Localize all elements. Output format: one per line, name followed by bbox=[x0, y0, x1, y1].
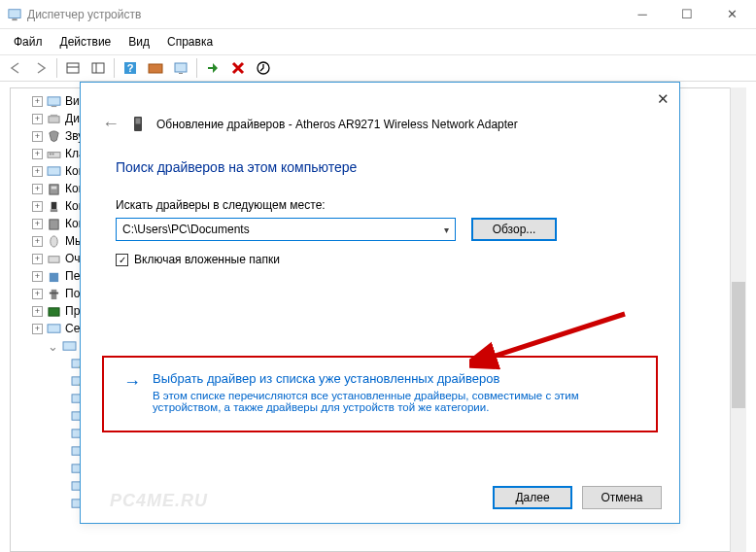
svg-line-48 bbox=[487, 314, 625, 359]
option-desc: В этом списке перечисляются все установл… bbox=[153, 390, 636, 413]
svg-rect-24 bbox=[50, 219, 58, 228]
nav-fwd-button[interactable] bbox=[29, 56, 52, 80]
toolbar-btn-8[interactable] bbox=[252, 56, 275, 80]
expander-icon[interactable]: + bbox=[32, 254, 43, 264]
svg-rect-0 bbox=[9, 9, 20, 17]
expander-icon[interactable]: + bbox=[32, 184, 43, 194]
svg-text:?: ? bbox=[127, 62, 134, 74]
svg-rect-20 bbox=[50, 184, 58, 193]
expander-icon[interactable]: + bbox=[32, 166, 43, 177]
dialog-back-button[interactable]: ← bbox=[102, 114, 120, 134]
include-subfolders-checkbox[interactable]: ✓ bbox=[116, 254, 128, 266]
device-icon bbox=[131, 116, 145, 133]
window-title: Диспетчер устройств bbox=[27, 8, 141, 21]
svg-rect-2 bbox=[67, 63, 79, 73]
browse-button[interactable]: Обзор... bbox=[471, 218, 557, 241]
expander-icon[interactable]: + bbox=[32, 149, 43, 159]
expander-icon[interactable]: + bbox=[32, 131, 43, 142]
titlebar: Диспетчер устройств ─ ☐ ✕ bbox=[0, 0, 756, 29]
watermark: PC4ME.RU bbox=[110, 491, 208, 511]
nav-back-button[interactable] bbox=[4, 56, 27, 80]
svg-rect-19 bbox=[48, 166, 60, 174]
expander-icon[interactable]: + bbox=[32, 219, 43, 229]
device-manager-icon bbox=[8, 8, 21, 21]
svg-point-25 bbox=[51, 235, 57, 246]
search-location-label: Искать драйверы в следующем месте: bbox=[81, 175, 679, 218]
update-driver-dialog: ✕ ← Обновление драйверов - Atheros AR927… bbox=[80, 82, 680, 524]
menubar: Файл Действие Вид Справка bbox=[0, 29, 756, 54]
chevron-down-icon: ▾ bbox=[444, 224, 449, 235]
cancel-button[interactable]: Отмена bbox=[582, 486, 662, 509]
svg-rect-23 bbox=[51, 209, 57, 212]
svg-rect-14 bbox=[49, 116, 59, 122]
maximize-button[interactable]: ☐ bbox=[665, 0, 709, 28]
uninstall-button[interactable] bbox=[226, 56, 250, 80]
include-subfolders-label: Включая вложенные папки bbox=[134, 253, 280, 266]
path-combobox[interactable]: C:\Users\PC\Documents ▾ bbox=[116, 218, 456, 241]
expander-icon[interactable]: + bbox=[32, 324, 43, 334]
expander-icon[interactable]: + bbox=[32, 289, 43, 299]
svg-rect-17 bbox=[50, 153, 52, 155]
svg-rect-32 bbox=[63, 341, 76, 349]
dialog-heading: Поиск драйверов на этом компьютере bbox=[81, 134, 679, 175]
dialog-close-button[interactable]: ✕ bbox=[657, 90, 670, 108]
dialog-title: Обновление драйверов - Atheros AR9271 Wi… bbox=[156, 118, 518, 131]
toolbar-btn-2[interactable] bbox=[86, 56, 110, 80]
close-button[interactable]: ✕ bbox=[709, 0, 754, 28]
svg-rect-26 bbox=[49, 256, 59, 262]
svg-rect-31 bbox=[48, 324, 60, 331]
minimize-button[interactable]: ─ bbox=[620, 0, 665, 28]
toolbar: ? bbox=[0, 54, 756, 82]
svg-rect-30 bbox=[49, 307, 59, 315]
expander-icon[interactable]: + bbox=[32, 114, 43, 124]
menu-help[interactable]: Справка bbox=[159, 33, 221, 51]
svg-rect-47 bbox=[136, 118, 141, 123]
svg-rect-29 bbox=[50, 292, 58, 293]
toolbar-btn-4[interactable] bbox=[144, 56, 167, 80]
svg-rect-12 bbox=[48, 96, 60, 104]
next-button[interactable]: Далее bbox=[493, 486, 572, 509]
svg-rect-1 bbox=[12, 18, 17, 20]
svg-rect-18 bbox=[52, 153, 54, 155]
svg-rect-8 bbox=[149, 64, 162, 73]
path-value: C:\Users\PC\Documents bbox=[122, 223, 250, 236]
menu-file[interactable]: Файл bbox=[6, 33, 51, 51]
svg-rect-15 bbox=[51, 114, 57, 116]
expander-icon[interactable]: + bbox=[32, 236, 43, 247]
scan-button[interactable] bbox=[169, 56, 192, 80]
svg-rect-22 bbox=[52, 201, 57, 208]
toolbar-btn-1[interactable] bbox=[61, 56, 85, 80]
svg-rect-10 bbox=[179, 73, 183, 74]
svg-rect-21 bbox=[52, 186, 57, 189]
menu-view[interactable]: Вид bbox=[120, 33, 157, 51]
expander-icon[interactable]: + bbox=[32, 271, 43, 282]
svg-rect-28 bbox=[52, 289, 57, 298]
update-drv-button[interactable] bbox=[201, 56, 224, 80]
expander-icon[interactable]: + bbox=[32, 306, 43, 317]
option-title: Выбрать драйвер из списка уже установлен… bbox=[153, 371, 636, 386]
svg-rect-13 bbox=[52, 106, 57, 107]
expander-icon[interactable]: + bbox=[32, 201, 43, 212]
menu-action[interactable]: Действие bbox=[52, 33, 120, 51]
help-button[interactable]: ? bbox=[119, 56, 142, 80]
tree-scrollbar[interactable] bbox=[730, 87, 746, 552]
svg-rect-27 bbox=[50, 272, 58, 281]
svg-rect-9 bbox=[175, 63, 187, 72]
pick-from-list-option[interactable]: → Выбрать драйвер из списка уже установл… bbox=[102, 356, 658, 432]
expander-icon[interactable]: + bbox=[32, 96, 43, 107]
svg-rect-4 bbox=[92, 63, 104, 73]
arrow-right-icon: → bbox=[123, 373, 141, 391]
